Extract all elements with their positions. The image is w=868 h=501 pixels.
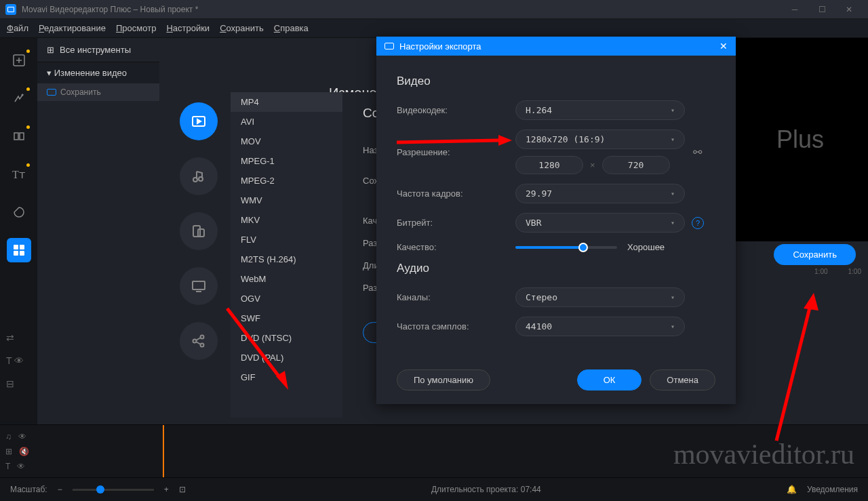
- width-input[interactable]: 1280: [515, 156, 583, 174]
- ok-button[interactable]: ОК: [577, 369, 642, 390]
- rail-filters[interactable]: [7, 86, 31, 111]
- proj-duration-value: 07:44: [521, 485, 541, 494]
- timeline-panel: ♫👁 ⊞🔇 T👁: [0, 424, 868, 477]
- dialog-close-button[interactable]: ✕: [719, 41, 728, 52]
- export-type-audio[interactable]: [180, 157, 218, 195]
- bell-icon[interactable]: 🔔: [787, 485, 797, 494]
- format-mp4[interactable]: MP4: [231, 92, 342, 112]
- timeline-ruler: 1:001:00: [814, 268, 861, 275]
- minimize-button[interactable]: ─: [781, 0, 808, 19]
- rail-stickers[interactable]: [7, 200, 31, 224]
- app-title: Movavi Видеоредактор Плюс – Новый проект…: [22, 5, 198, 14]
- dialog-icon: [384, 43, 394, 49]
- svg-rect-4: [14, 133, 18, 140]
- codec-select[interactable]: H.264▾: [515, 100, 685, 120]
- format-webm[interactable]: WebM: [231, 269, 342, 289]
- codec-label: Видеокодек:: [397, 105, 515, 115]
- rail-adjust-icon[interactable]: ⇄: [6, 332, 24, 343]
- res-preset-select[interactable]: 1280x720 (16:9)▾: [515, 129, 685, 149]
- rail-more[interactable]: [7, 238, 31, 262]
- tools-group-video[interactable]: ▾ Изменение видео: [37, 62, 159, 83]
- svg-point-12: [193, 178, 197, 182]
- rail-layers-icon[interactable]: ⊟: [6, 378, 24, 389]
- zoom-out[interactable]: −: [58, 485, 62, 494]
- format-wmv[interactable]: WMV: [231, 191, 342, 210]
- svg-rect-5: [20, 133, 24, 140]
- bitrate-select[interactable]: VBR▾: [515, 213, 685, 233]
- format-gif[interactable]: GIF: [231, 367, 342, 387]
- audio-section-header: Аудио: [397, 262, 715, 275]
- svg-rect-6: [14, 245, 18, 249]
- svg-rect-14: [193, 226, 200, 237]
- channels-select[interactable]: Стерео▾: [515, 287, 685, 307]
- zoom-in[interactable]: +: [164, 485, 169, 494]
- rail-text-icon[interactable]: T 👁: [6, 355, 24, 366]
- format-mov[interactable]: MOV: [231, 132, 342, 151]
- export-type-tv[interactable]: [180, 267, 218, 305]
- titlebar: Movavi Видеоредактор Плюс – Новый проект…: [0, 0, 868, 19]
- height-input[interactable]: 720: [602, 156, 670, 174]
- playhead[interactable]: [163, 425, 164, 477]
- svg-rect-15: [198, 229, 204, 237]
- rail-transitions[interactable]: [7, 124, 31, 148]
- format-m2ts[interactable]: M2TS (H.264): [231, 249, 342, 269]
- zoom-slider[interactable]: [73, 489, 154, 491]
- format-swf[interactable]: SWF: [231, 308, 342, 328]
- format-mpeg1[interactable]: MPEG-1: [231, 151, 342, 171]
- res-dialog-label: Разрешение:: [397, 147, 515, 157]
- export-type-share[interactable]: [180, 322, 218, 360]
- format-mkv[interactable]: MKV: [231, 210, 342, 230]
- chevron-down-icon: ▾: [671, 136, 675, 143]
- format-avi[interactable]: AVI: [231, 112, 342, 132]
- menu-file[interactable]: Файл: [7, 23, 28, 33]
- quality-text: Хорошее: [627, 242, 665, 252]
- help-icon[interactable]: ?: [692, 217, 704, 229]
- link-aspect-icon[interactable]: ⚯: [693, 146, 702, 159]
- svg-rect-16: [193, 281, 205, 289]
- svg-rect-7: [20, 245, 24, 249]
- maximize-button[interactable]: ☐: [808, 0, 835, 19]
- zoom-label: Масштаб:: [10, 485, 47, 494]
- video-icon: [47, 89, 56, 96]
- format-dvd-pal[interactable]: DVD (PAL): [231, 348, 342, 367]
- svg-point-3: [21, 94, 23, 96]
- format-flv[interactable]: FLV: [231, 230, 342, 249]
- timeline-track-text[interactable]: T👁: [5, 462, 29, 471]
- tools-all[interactable]: ⊞Все инструменты: [37, 38, 159, 62]
- rail-add[interactable]: [7, 48, 31, 73]
- zoom-fit[interactable]: ⊡: [179, 485, 186, 494]
- export-type-video[interactable]: [180, 102, 218, 140]
- sample-select[interactable]: 44100▾: [515, 317, 685, 336]
- svg-line-22: [196, 342, 201, 344]
- default-button[interactable]: По умолчанию: [397, 369, 490, 390]
- timeline-track-audio[interactable]: ♫👁: [5, 432, 29, 441]
- app-icon: [5, 4, 16, 15]
- format-ogv[interactable]: OGV: [231, 289, 342, 308]
- timeline-track-video[interactable]: ⊞🔇: [5, 447, 29, 456]
- svg-point-13: [199, 177, 203, 181]
- statusbar: Масштаб: − + ⊡ Длительность проекта: 07:…: [0, 477, 868, 501]
- svg-rect-9: [20, 251, 24, 256]
- chevron-down-icon: ▾: [671, 219, 675, 226]
- notifications-label[interactable]: Уведомления: [807, 485, 858, 494]
- menu-view[interactable]: Просмотр: [116, 23, 156, 33]
- svg-marker-11: [197, 119, 201, 123]
- menu-save[interactable]: Сохранить: [220, 23, 264, 33]
- quality-dialog-label: Качество:: [397, 242, 515, 252]
- menu-help[interactable]: Справка: [274, 23, 309, 33]
- fps-select[interactable]: 29.97▾: [515, 184, 685, 203]
- svg-line-21: [196, 338, 201, 340]
- preview-area: Plus: [732, 38, 868, 241]
- menu-settings[interactable]: Настройки: [166, 23, 210, 33]
- format-mpeg2[interactable]: MPEG-2: [231, 171, 342, 191]
- cancel-dialog-button[interactable]: Отмена: [650, 369, 715, 390]
- export-type-device[interactable]: [180, 212, 218, 250]
- rail-titles[interactable]: Tᴛ: [7, 162, 31, 186]
- save-button[interactable]: Сохранить: [774, 244, 856, 265]
- tab-save[interactable]: Сохранить: [37, 83, 159, 101]
- format-dvd-ntsc[interactable]: DVD (NTSC): [231, 328, 342, 348]
- proj-duration-label: Длительность проекта:: [431, 485, 518, 494]
- menu-edit[interactable]: Редактирование: [39, 23, 106, 33]
- close-button[interactable]: ✕: [835, 0, 863, 19]
- quality-slider[interactable]: [515, 246, 617, 249]
